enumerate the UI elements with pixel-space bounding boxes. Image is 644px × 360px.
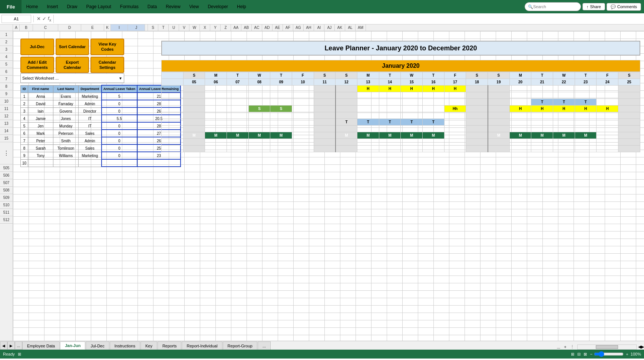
cal-cell[interactable] xyxy=(466,139,488,146)
home-menu[interactable]: Home xyxy=(22,0,42,13)
row-2[interactable]: 2 xyxy=(0,39,13,46)
cal-cell[interactable] xyxy=(292,146,314,152)
cal-cell[interactable] xyxy=(553,119,575,126)
cal-cell[interactable] xyxy=(270,99,292,106)
cal-cell[interactable] xyxy=(444,139,466,146)
tab-scroll-left[interactable]: ◀ xyxy=(0,341,7,350)
col-A[interactable]: A xyxy=(13,24,20,31)
cal-cell[interactable] xyxy=(336,126,357,132)
cal-cell[interactable] xyxy=(336,106,357,112)
cal-cell[interactable] xyxy=(270,112,292,119)
cal-cell[interactable] xyxy=(597,139,618,146)
cal-cell[interactable]: T xyxy=(553,99,575,106)
col-AB[interactable]: AB xyxy=(241,24,252,31)
cal-cell[interactable] xyxy=(575,92,597,99)
cal-cell[interactable] xyxy=(379,139,401,146)
cal-cell[interactable]: H xyxy=(597,106,618,112)
cal-cell[interactable] xyxy=(248,99,270,106)
cal-cell[interactable] xyxy=(314,146,336,152)
cal-row[interactable] xyxy=(162,139,640,146)
cal-cell[interactable] xyxy=(227,86,249,92)
cal-cell[interactable] xyxy=(401,112,423,119)
cal-cell[interactable] xyxy=(618,139,640,146)
cal-cell[interactable] xyxy=(314,92,336,99)
cal-cell[interactable]: T xyxy=(575,99,597,106)
table-row[interactable]: 9TonyWilliamsMarketing023 xyxy=(21,152,181,159)
row-14[interactable]: 14 xyxy=(0,127,13,135)
cal-row[interactable]: MMMMMMMMMMMMMMM xyxy=(162,132,640,139)
cal-cell[interactable] xyxy=(575,139,597,146)
cal-cell[interactable] xyxy=(183,146,205,152)
row-9[interactable]: 9 xyxy=(0,90,13,98)
col-Y[interactable]: Y xyxy=(210,24,221,31)
table-cell[interactable]: 5.5 xyxy=(102,115,137,122)
cal-cell[interactable] xyxy=(509,99,531,106)
cal-cell[interactable] xyxy=(618,86,640,92)
table-cell[interactable]: Anna xyxy=(28,93,53,100)
cal-cell[interactable] xyxy=(292,132,314,139)
col-J[interactable]: J xyxy=(128,24,145,31)
cal-cell[interactable]: S xyxy=(270,106,292,112)
cal-cell[interactable]: M xyxy=(248,132,270,139)
table-cell[interactable]: IT xyxy=(79,122,102,130)
cal-cell[interactable] xyxy=(423,99,445,106)
cal-cell[interactable] xyxy=(292,86,314,92)
cal-cell[interactable] xyxy=(357,112,379,119)
cal-cell[interactable] xyxy=(575,119,597,126)
col-U[interactable]: U xyxy=(169,24,179,31)
row-11[interactable]: 11 xyxy=(0,105,13,113)
table-cell[interactable]: Sarah xyxy=(28,144,53,152)
cal-cell[interactable] xyxy=(444,126,466,132)
row-8[interactable]: 8 xyxy=(0,83,13,90)
cal-cell[interactable] xyxy=(205,146,227,152)
cal-cell[interactable] xyxy=(466,119,488,126)
cal-cell[interactable] xyxy=(379,92,401,99)
cal-cell[interactable]: H xyxy=(379,86,401,92)
cal-cell[interactable] xyxy=(423,139,445,146)
horizontal-scrollbar[interactable] xyxy=(577,344,637,350)
cal-cell[interactable] xyxy=(401,146,423,152)
cal-cell[interactable] xyxy=(401,92,423,99)
table-cell[interactable]: 0 xyxy=(102,137,137,144)
table-cell[interactable]: Admin xyxy=(79,100,102,107)
row-15[interactable]: 15 xyxy=(0,135,13,142)
cal-cell[interactable] xyxy=(227,119,249,126)
cal-cell[interactable]: T xyxy=(336,119,357,126)
cal-cell[interactable] xyxy=(553,92,575,99)
cal-cell[interactable]: M xyxy=(270,132,292,139)
row-6[interactable]: 6 xyxy=(0,68,13,76)
table-cell[interactable]: Director xyxy=(79,107,102,115)
cal-cell[interactable] xyxy=(292,119,314,126)
cal-cell[interactable] xyxy=(248,112,270,119)
cal-cell[interactable] xyxy=(531,139,553,146)
cal-cell[interactable] xyxy=(336,146,357,152)
col-AI[interactable]: AI xyxy=(314,24,324,31)
export-calendar-button[interactable]: Export Calendar xyxy=(56,57,89,73)
cal-cell[interactable] xyxy=(314,112,336,119)
table-cell[interactable]: 3 xyxy=(21,107,28,115)
calendar-settings-button[interactable]: Calendar Settings xyxy=(90,57,124,73)
table-row[interactable]: 2DavidFarradayAdmin028 xyxy=(21,100,181,107)
table-cell[interactable]: Peter xyxy=(28,137,53,144)
cal-row[interactable]: SSHhHHHHH xyxy=(162,106,640,112)
row-12[interactable]: 12 xyxy=(0,113,13,120)
cal-cell[interactable] xyxy=(423,112,445,119)
cal-cell[interactable] xyxy=(314,132,336,139)
table-cell[interactable] xyxy=(137,159,181,167)
col-S[interactable]: S xyxy=(148,24,158,31)
col-AE[interactable]: AE xyxy=(273,24,283,31)
cal-cell[interactable] xyxy=(183,106,205,112)
cal-cell[interactable] xyxy=(270,139,292,146)
cal-cell[interactable] xyxy=(314,119,336,126)
search-input[interactable] xyxy=(533,4,578,9)
table-cell[interactable]: 0 xyxy=(102,107,137,115)
cal-cell[interactable] xyxy=(466,112,488,119)
cal-cell[interactable] xyxy=(509,126,531,132)
sheet-options-icon[interactable]: ⋮ xyxy=(569,344,576,349)
table-cell[interactable]: 0 xyxy=(102,144,137,152)
col-X[interactable]: X xyxy=(200,24,210,31)
cal-cell[interactable]: T xyxy=(357,119,379,126)
cal-cell[interactable] xyxy=(183,92,205,99)
tab-more-icon[interactable]: ... xyxy=(555,345,562,349)
cal-cell[interactable] xyxy=(336,86,357,92)
